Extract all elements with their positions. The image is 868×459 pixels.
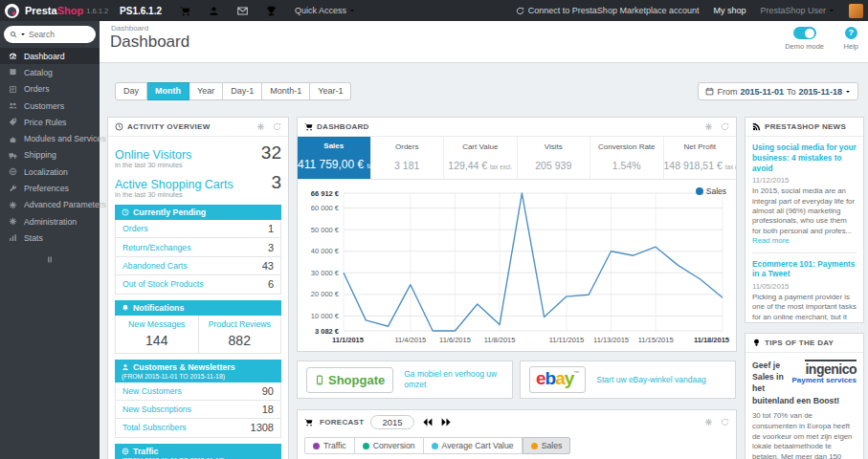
customers-row[interactable]: New Subscriptions18 xyxy=(115,401,281,419)
shopgate-link[interactable]: Ga mobiel en verhoog uw omzet xyxy=(404,369,503,389)
sidebar-item-label: Advanced Parameters xyxy=(24,200,106,209)
sidebar-item-preferences[interactable]: Preferences xyxy=(0,180,100,196)
breadcrumb[interactable]: Dashboard xyxy=(111,24,148,33)
sidebar-collapse-button[interactable] xyxy=(0,254,100,265)
new-messages-cell[interactable]: New Messages144 xyxy=(116,316,198,353)
wrench-icon xyxy=(9,185,17,193)
period-month-1-button[interactable]: Month-1 xyxy=(262,82,310,100)
refresh-icon[interactable] xyxy=(273,122,281,131)
list-icon xyxy=(9,85,17,94)
date-range-picker[interactable]: From 2015-11-01 To 2015-11-18 xyxy=(698,82,858,100)
gear-icon[interactable] xyxy=(704,122,713,131)
read-more-link[interactable]: Read more xyxy=(752,236,790,245)
previous-year-button[interactable] xyxy=(421,416,434,428)
kpi-sales[interactable]: Sales411 759,00 € tax excl. xyxy=(298,137,371,179)
sidebar-search[interactable] xyxy=(4,26,96,43)
brand-name: PrestaShop xyxy=(25,5,83,16)
forecast-traffic-button[interactable]: Traffic xyxy=(304,437,355,454)
period-day-button[interactable]: Day xyxy=(115,82,147,100)
pending-row[interactable]: Abandoned Carts43 xyxy=(115,257,281,275)
svg-text:11/15/2015: 11/15/2015 xyxy=(638,336,674,344)
forecast-year-input[interactable]: 2015 xyxy=(370,415,413,429)
avatar[interactable] xyxy=(849,4,863,18)
connect-icon xyxy=(516,7,524,15)
forecast-conversion-button[interactable]: Conversion xyxy=(355,437,424,454)
search-icon xyxy=(10,31,17,38)
prestashop-logo-icon[interactable] xyxy=(5,4,19,18)
online-visitors-link[interactable]: Online Visitors xyxy=(115,148,191,162)
sidebar-item-stats[interactable]: Stats xyxy=(0,230,100,246)
kpi-row: Sales411 759,00 € tax excl. Orders3 181 … xyxy=(298,137,736,180)
chart-legend[interactable]: Sales xyxy=(696,186,726,196)
kpi-cart-value[interactable]: Cart Value129,44 € tax excl. xyxy=(444,137,518,179)
sidebar-item-catalog[interactable]: Catalog xyxy=(0,64,100,80)
kpi-orders[interactable]: Orders3 181 xyxy=(371,137,445,179)
pending-row[interactable]: Return/Exchanges3 xyxy=(115,238,281,256)
chevron-down-icon xyxy=(829,8,835,13)
refresh-icon[interactable] xyxy=(721,122,729,131)
active-carts-link[interactable]: Active Shopping Carts xyxy=(115,178,234,191)
legend-label: Sales xyxy=(706,186,726,196)
customers-row[interactable]: New Customers90 xyxy=(115,382,281,401)
product-reviews-cell[interactable]: Product Reviews882 xyxy=(198,316,281,353)
chevron-down-icon[interactable] xyxy=(20,32,26,37)
notifications-header: Notifications xyxy=(115,300,281,316)
period-day-1-button[interactable]: Day-1 xyxy=(223,82,262,100)
sidebar-item-label: Dashboard xyxy=(24,52,65,61)
panel-title: FORECAST xyxy=(320,418,364,426)
period-month-button[interactable]: Month xyxy=(147,82,189,100)
sidebar-item-label: Administration xyxy=(24,217,77,227)
ebay-link[interactable]: Start uw eBay-winkel vandaag xyxy=(596,375,705,385)
sidebar-item-price-rules[interactable]: Price Rules xyxy=(0,114,100,130)
demo-mode-toggle[interactable] xyxy=(793,27,816,39)
kpi-conversion-rate[interactable]: Conversion Rate1.54% xyxy=(590,137,664,179)
sidebar-item-shipping[interactable]: Shipping xyxy=(0,147,100,164)
demo-mode-label: Demo mode xyxy=(785,42,824,51)
search-input[interactable] xyxy=(29,30,80,39)
panel-header: ACTIVITY OVERVIEW xyxy=(108,118,288,137)
svg-text:11/18/2015: 11/18/2015 xyxy=(694,336,729,344)
gear-icon[interactable] xyxy=(256,122,265,131)
user-menu[interactable]: PrestaShop User xyxy=(760,6,835,15)
tips-of-the-day-panel: TIPS OF THE DAY ingenico Payment service… xyxy=(745,333,864,459)
online-visitors-sub: in the last 30 minutes xyxy=(115,161,281,169)
forecast-panel: FORECAST 2015 Traffic Conversion Average… xyxy=(297,409,737,459)
next-year-button[interactable] xyxy=(440,416,453,428)
sidebar-item-administration[interactable]: Administration xyxy=(0,213,100,230)
customers-row[interactable]: Total Subscribers1308 xyxy=(115,419,281,437)
pending-row[interactable]: Out of Stock Products6 xyxy=(115,275,281,294)
kpi-visits[interactable]: Visits205 939 xyxy=(518,137,591,179)
sidebar-item-customers[interactable]: Customers xyxy=(0,98,100,114)
forecast-average-cart-value-button[interactable]: Average Cart Value xyxy=(424,437,523,454)
refresh-icon[interactable] xyxy=(721,418,729,426)
help-icon[interactable]: ? xyxy=(845,27,857,39)
tag-icon xyxy=(9,118,17,126)
sidebar-item-localization[interactable]: Localization xyxy=(0,164,100,180)
sidebar-item-dashboard[interactable]: Dashboard xyxy=(0,48,100,64)
my-shop-link[interactable]: My shop xyxy=(713,6,746,15)
book-icon xyxy=(9,68,17,76)
legend-dot xyxy=(696,187,703,195)
legend-dot xyxy=(531,443,538,449)
quick-access-menu[interactable]: Quick Access xyxy=(295,6,355,15)
news-article-title[interactable]: Ecommerce 101: Payments in a Tweet xyxy=(752,259,857,280)
panel-header: DASHBOARD xyxy=(298,118,736,137)
period-year-1-button[interactable]: Year-1 xyxy=(310,82,351,100)
marketplace-link[interactable]: Connect to PrestaShop Marketplace accoun… xyxy=(516,6,700,15)
user-icon xyxy=(122,363,129,371)
sidebar-item-orders[interactable]: Orders xyxy=(0,81,100,98)
pending-row[interactable]: Orders1 xyxy=(115,220,281,238)
period-year-button[interactable]: Year xyxy=(189,82,223,100)
sidebar-item-modules[interactable]: Modules and Services xyxy=(0,130,100,146)
messages-icon[interactable] xyxy=(237,6,248,16)
forecast-sales-button[interactable]: Sales xyxy=(523,437,571,454)
kpi-net-profit[interactable]: Net Profit148 918,51 € tax excl. xyxy=(664,137,737,179)
sidebar-item-advanced-parameters[interactable]: Advanced Parameters xyxy=(0,197,100,213)
cart-icon[interactable] xyxy=(180,6,190,16)
news-article-title[interactable]: Using social media for your business: 4 … xyxy=(752,142,857,173)
gear-icon[interactable] xyxy=(704,418,713,426)
trophy-icon[interactable] xyxy=(266,6,277,16)
date-filter-bar: Day Month Year Day-1 Month-1 Year-1 From… xyxy=(115,82,858,101)
customers-quick-icon[interactable] xyxy=(209,6,219,16)
legend-dot xyxy=(432,443,438,449)
